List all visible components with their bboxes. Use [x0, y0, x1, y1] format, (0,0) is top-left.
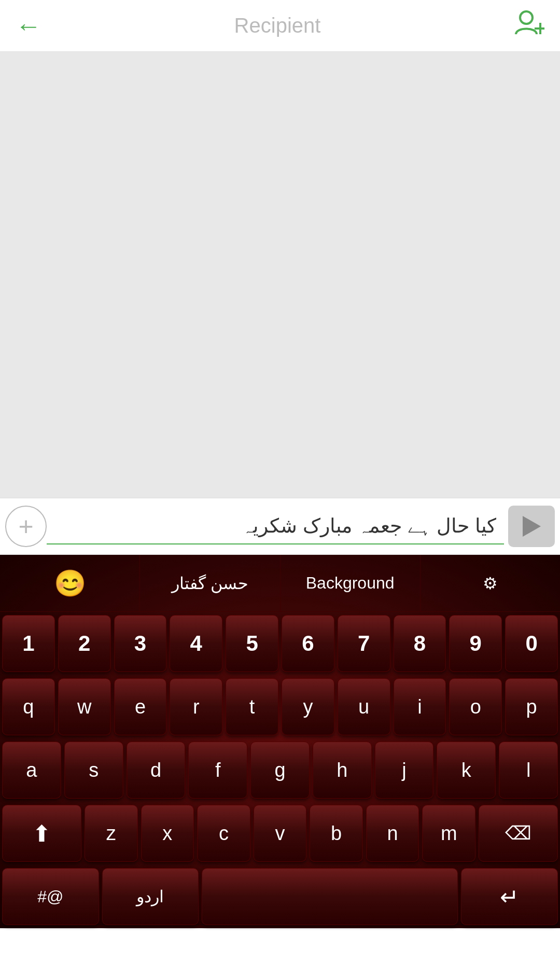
key-3[interactable]: 3: [114, 615, 167, 672]
kb-toolbar: 😊 حسن گفتار Background ⚙: [0, 555, 560, 612]
key-m[interactable]: m: [422, 805, 475, 862]
key-e[interactable]: e: [114, 678, 167, 735]
zxcv-row: ⬆ z x c v b n m ⌫: [0, 802, 560, 865]
key-1[interactable]: 1: [2, 615, 55, 672]
key-o[interactable]: o: [449, 678, 502, 735]
key-t[interactable]: t: [226, 678, 278, 735]
key-c[interactable]: c: [197, 805, 250, 862]
enter-key[interactable]: ↵: [461, 868, 558, 925]
key-d[interactable]: d: [127, 742, 186, 799]
urdu-name-button[interactable]: حسن گفتار: [140, 555, 280, 611]
chat-area: [0, 52, 560, 498]
urdu-key[interactable]: اردو: [102, 868, 199, 925]
key-0[interactable]: 0: [505, 615, 558, 672]
key-r[interactable]: r: [170, 678, 222, 735]
key-j[interactable]: j: [375, 742, 434, 799]
key-n[interactable]: n: [366, 805, 419, 862]
header: ← Recipient: [0, 0, 560, 52]
key-q[interactable]: q: [2, 678, 55, 735]
key-6[interactable]: 6: [282, 615, 334, 672]
key-a[interactable]: a: [2, 742, 61, 799]
add-user-button[interactable]: [513, 7, 544, 45]
qwerty-row: q w e r t y u i o p: [0, 675, 560, 738]
settings-button[interactable]: ⚙: [421, 555, 560, 611]
key-g[interactable]: g: [250, 742, 310, 799]
key-i[interactable]: i: [394, 678, 446, 735]
key-h[interactable]: h: [313, 742, 372, 799]
bottom-row: #@ اردو ↵: [0, 865, 560, 928]
message-input[interactable]: [47, 508, 504, 544]
key-b[interactable]: b: [310, 805, 363, 862]
back-button[interactable]: ←: [16, 11, 41, 41]
emoji-button[interactable]: 😊: [0, 555, 140, 611]
key-7[interactable]: 7: [338, 615, 390, 672]
keyboard: 😊 حسن گفتار Background ⚙ 1 2 3 4 5 6 7 8…: [0, 555, 560, 928]
key-x[interactable]: x: [141, 805, 194, 862]
background-button[interactable]: Background: [281, 555, 421, 611]
send-icon: [523, 516, 541, 537]
key-k[interactable]: k: [437, 742, 496, 799]
symbol-key[interactable]: #@: [2, 868, 99, 925]
number-row: 1 2 3 4 5 6 7 8 9 0: [0, 612, 560, 675]
key-y[interactable]: y: [282, 678, 334, 735]
key-s[interactable]: s: [64, 742, 123, 799]
key-2[interactable]: 2: [58, 615, 111, 672]
input-bar: +: [0, 498, 560, 555]
attach-button[interactable]: +: [5, 506, 47, 547]
key-z[interactable]: z: [85, 805, 138, 862]
key-8[interactable]: 8: [394, 615, 446, 672]
key-5[interactable]: 5: [226, 615, 278, 672]
space-key[interactable]: [202, 868, 458, 925]
key-f[interactable]: f: [188, 742, 247, 799]
recipient-field[interactable]: Recipient: [41, 14, 513, 37]
key-9[interactable]: 9: [449, 615, 502, 672]
key-p[interactable]: p: [505, 678, 558, 735]
send-button[interactable]: [508, 506, 555, 547]
backspace-key[interactable]: ⌫: [479, 805, 558, 862]
key-w[interactable]: w: [58, 678, 111, 735]
shift-key[interactable]: ⬆: [2, 805, 81, 862]
svg-point-0: [520, 11, 533, 24]
asdf-row: a s d f g h j k l: [0, 738, 560, 802]
key-l[interactable]: l: [499, 742, 558, 799]
key-4[interactable]: 4: [170, 615, 222, 672]
key-u[interactable]: u: [338, 678, 390, 735]
key-v[interactable]: v: [254, 805, 307, 862]
